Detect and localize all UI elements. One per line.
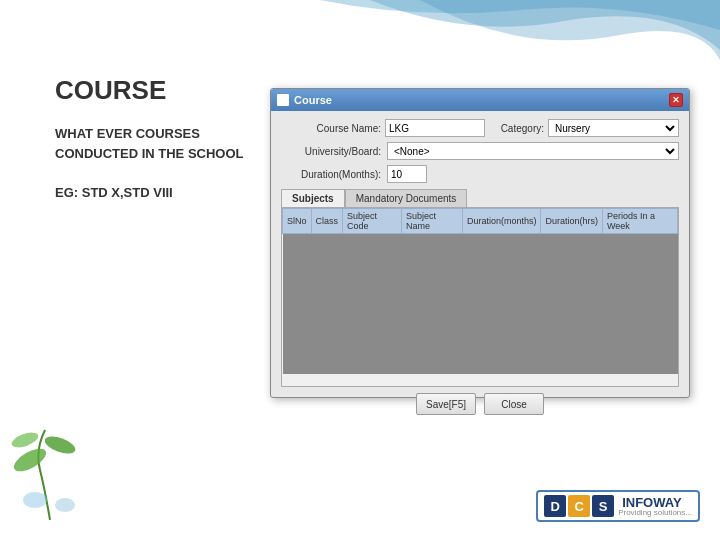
duration-label: Duration(Months): (281, 169, 381, 180)
col-subject-code: Subject Code (343, 209, 402, 234)
course-name-input[interactable] (385, 119, 485, 137)
dialog-title-icon (277, 94, 289, 106)
category-label: Category: (489, 123, 544, 134)
logo-letter-d: D (544, 495, 566, 517)
dialog-footer: Save[F5] Close (281, 393, 679, 415)
tab-mandatory-docs[interactable]: Mandatory Documents (345, 189, 468, 207)
dialog-body: Course Name: Category: Nursery Universit… (271, 111, 689, 423)
course-dialog: Course ✕ Course Name: Category: Nursery … (270, 88, 690, 398)
tab-subjects[interactable]: Subjects (281, 189, 345, 207)
desc-line1: WHAT EVER COURSES (55, 126, 200, 141)
category-select[interactable]: Nursery (548, 119, 679, 137)
company-tagline: Providing solutions... (618, 508, 692, 517)
save-button[interactable]: Save[F5] (416, 393, 476, 415)
logo-letter-c: C (568, 495, 590, 517)
empty-table-body (283, 234, 678, 374)
infoway-text-block: INFOWAY Providing solutions... (618, 495, 692, 517)
description: WHAT EVER COURSES CONDUCTED IN THE SCHOO… (55, 124, 275, 202)
university-row: University/Board: <None> (281, 142, 679, 160)
content-area: COURSE WHAT EVER COURSES CONDUCTED IN TH… (0, 0, 720, 540)
page-title: COURSE (55, 75, 275, 106)
subjects-table: SlNo Class Subject Code Subject Name Dur… (282, 208, 678, 374)
col-periods: Periods In a Week (602, 209, 677, 234)
logo-letter-s: S (592, 495, 614, 517)
col-slno: SlNo (283, 209, 312, 234)
col-subject-name: Subject Name (401, 209, 462, 234)
table-header: SlNo Class Subject Code Subject Name Dur… (283, 209, 678, 234)
col-class: Class (311, 209, 343, 234)
dialog-title-text: Course (294, 94, 332, 106)
tab-content: SlNo Class Subject Code Subject Name Dur… (281, 207, 679, 387)
duration-input[interactable] (387, 165, 427, 183)
tabs-bar: Subjects Mandatory Documents (281, 189, 679, 207)
dcs-letters: D C S (544, 495, 614, 517)
university-select[interactable]: <None> (387, 142, 679, 160)
dcs-logo: D C S INFOWAY Providing solutions... (536, 490, 700, 522)
dialog-titlebar: Course ✕ (271, 89, 689, 111)
course-name-row: Course Name: Category: Nursery (281, 119, 679, 137)
close-button[interactable]: Close (484, 393, 544, 415)
desc-line2: CONDUCTED IN THE SCHOOL (55, 146, 244, 161)
duration-row: Duration(Months): (281, 165, 679, 183)
logo-container: D C S INFOWAY Providing solutions... (536, 490, 700, 522)
dialog-title: Course (277, 94, 332, 106)
course-name-label: Course Name: (281, 123, 381, 134)
col-duration-months: Duration(months) (462, 209, 541, 234)
university-label: University/Board: (281, 146, 381, 157)
dialog-close-button[interactable]: ✕ (669, 93, 683, 107)
left-panel: COURSE WHAT EVER COURSES CONDUCTED IN TH… (55, 75, 275, 202)
desc-example: EG: STD X,STD VIII (55, 185, 173, 200)
col-duration-hrs: Duration(hrs) (541, 209, 603, 234)
